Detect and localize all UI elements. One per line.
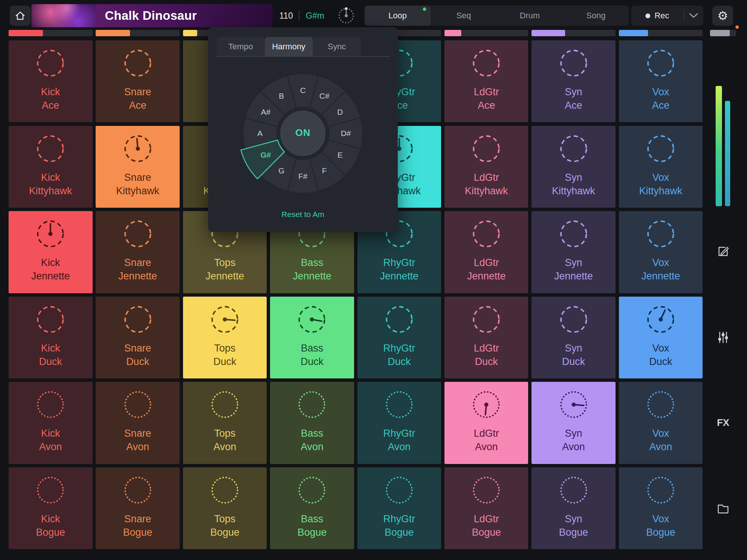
note-label-csharp[interactable]: C# xyxy=(319,92,329,100)
pad-snare-bogue[interactable]: SnareBogue xyxy=(96,467,180,549)
pad-instrument-label: Vox xyxy=(652,341,669,355)
pad-rhygtr-avon[interactable]: RhyGtrAvon xyxy=(357,382,441,464)
pad-snare-avon[interactable]: SnareAvon xyxy=(96,382,180,464)
global-loop-indicator[interactable] xyxy=(337,6,356,25)
tempo-key-group: 110 G#m xyxy=(274,6,330,26)
pad-syn-kittyhawk[interactable]: SynKittyhawk xyxy=(531,126,616,208)
pad-instrument-label: Kick xyxy=(41,85,60,99)
note-label-fsharp[interactable]: F# xyxy=(298,172,308,180)
pad-kick-duck[interactable]: KickDuck xyxy=(9,297,93,378)
loop-circle-icon xyxy=(35,47,66,79)
pad-vox-avon[interactable]: VoxAvon xyxy=(619,382,703,464)
pad-snare-duck[interactable]: SnareDuck xyxy=(96,297,180,378)
pad-instrument-label: RhyGtr xyxy=(383,427,415,440)
pad-kick-kittyhawk[interactable]: KickKittyhawk xyxy=(9,126,93,208)
pad-variant-label: Jennette xyxy=(31,269,70,283)
settings-button[interactable]: ⚙ xyxy=(712,6,733,26)
pad-bass-bogue[interactable]: BassBogue xyxy=(270,467,354,549)
pad-vox-jennette[interactable]: VoxJennette xyxy=(619,211,703,293)
tab-song[interactable]: Song xyxy=(563,6,629,26)
home-button[interactable] xyxy=(10,6,31,26)
reset-to-am-link[interactable]: Reset to Am xyxy=(208,210,398,219)
pad-instrument-label: Syn xyxy=(565,256,582,269)
pad-kick-bogue[interactable]: KickBogue xyxy=(9,467,93,549)
popup-tab-tempo[interactable]: Tempo xyxy=(217,37,265,56)
note-label-gsharp[interactable]: G# xyxy=(260,151,271,159)
rec-chevron-button[interactable] xyxy=(684,6,703,26)
pad-kick-ace[interactable]: KickAce xyxy=(9,40,93,122)
pad-bass-avon[interactable]: BassAvon xyxy=(270,382,354,464)
note-label-a[interactable]: A xyxy=(257,129,263,137)
pad-vox-ace[interactable]: VoxAce xyxy=(619,40,703,122)
pad-rhygtr-duck[interactable]: RhyGtrDuck xyxy=(357,297,441,378)
pad-tops-bogue[interactable]: TopsBogue xyxy=(183,467,267,549)
folder-button[interactable] xyxy=(710,495,736,521)
pad-variant-label: Duck xyxy=(388,355,411,368)
popup-tab-harmony[interactable]: Harmony xyxy=(265,37,313,56)
mixer-button[interactable] xyxy=(710,324,736,350)
pad-instrument-label: LdGtr xyxy=(474,256,499,269)
pad-ldgtr-ace[interactable]: LdGtrAce xyxy=(444,40,529,122)
loop-circle-icon xyxy=(558,133,589,164)
tab-drum[interactable]: Drum xyxy=(497,6,563,26)
pad-kick-avon[interactable]: KickAvon xyxy=(9,382,93,464)
note-label-b[interactable]: B xyxy=(279,92,284,100)
loop-circle-icon xyxy=(558,474,589,506)
pad-vox-kittyhawk[interactable]: VoxKittyhawk xyxy=(619,126,703,208)
popup-tab-sync[interactable]: Sync xyxy=(313,37,361,56)
pad-kick-jennette[interactable]: KickJennette xyxy=(9,211,93,293)
pad-variant-label: Bogue xyxy=(559,526,588,539)
note-label-d[interactable]: D xyxy=(337,108,343,116)
note-label-asharp[interactable]: A# xyxy=(261,108,271,116)
pad-vox-bogue[interactable]: VoxBogue xyxy=(619,467,703,549)
pad-snare-ace[interactable]: SnareAce xyxy=(96,40,180,122)
pad-syn-ace[interactable]: SynAce xyxy=(531,40,616,122)
pad-ldgtr-duck[interactable]: LdGtrDuck xyxy=(444,297,529,378)
loop-circle-icon xyxy=(35,304,66,335)
pad-instrument-label: Kick xyxy=(41,427,60,440)
project-banner[interactable]: Chalk Dinosaur xyxy=(31,4,273,27)
pad-instrument-label: Kick xyxy=(41,171,60,184)
loop-circle-icon xyxy=(471,389,502,420)
pad-syn-duck[interactable]: SynDuck xyxy=(531,297,616,378)
progress-fill xyxy=(444,30,461,36)
harmony-on-label[interactable]: ON xyxy=(284,127,322,139)
note-label-e[interactable]: E xyxy=(338,151,343,159)
pad-ldgtr-avon[interactable]: LdGtrAvon xyxy=(444,382,529,464)
pad-snare-kittyhawk[interactable]: SnareKittyhawk xyxy=(96,126,180,208)
pad-instrument-label: RhyGtr xyxy=(383,512,415,526)
loop-circle-icon xyxy=(122,474,154,506)
pad-ldgtr-jennette[interactable]: LdGtrJennette xyxy=(444,211,529,293)
loop-circle-icon xyxy=(35,133,66,164)
level-meters xyxy=(710,86,736,206)
pad-vox-duck[interactable]: VoxDuck xyxy=(619,297,703,378)
edit-button[interactable] xyxy=(710,238,736,264)
tab-loop[interactable]: Loop xyxy=(365,6,431,26)
pad-tops-duck[interactable]: TopsDuck xyxy=(183,297,267,378)
note-label-c[interactable]: C xyxy=(300,86,306,95)
progress-strip-ldgtr xyxy=(444,30,529,36)
pad-variant-label: Jennette xyxy=(205,269,244,283)
pad-rhygtr-bogue[interactable]: RhyGtrBogue xyxy=(357,467,441,549)
key-value[interactable]: G#m xyxy=(306,11,324,21)
pad-syn-jennette[interactable]: SynJennette xyxy=(531,211,616,293)
loop-circle-icon xyxy=(471,474,502,506)
pad-snare-jennette[interactable]: SnareJennette xyxy=(96,211,180,293)
pad-syn-bogue[interactable]: SynBogue xyxy=(531,467,616,549)
pad-instrument-label: Tops xyxy=(214,256,236,269)
pad-ldgtr-kittyhawk[interactable]: LdGtrKittyhawk xyxy=(444,126,529,208)
note-label-g[interactable]: G xyxy=(278,166,284,175)
tempo-value[interactable]: 110 xyxy=(279,11,293,21)
tab-seq[interactable]: Seq xyxy=(431,6,497,26)
note-label-dsharp[interactable]: D# xyxy=(341,129,351,137)
pad-tops-avon[interactable]: TopsAvon xyxy=(183,382,267,464)
tab-label: Song xyxy=(586,11,605,21)
pad-variant-label: Avon xyxy=(126,440,149,454)
fx-button[interactable]: FX xyxy=(710,409,736,436)
loop-circle-icon xyxy=(122,389,154,420)
note-label-f[interactable]: F xyxy=(322,166,327,175)
pad-ldgtr-bogue[interactable]: LdGtrBogue xyxy=(444,467,529,549)
pad-syn-avon[interactable]: SynAvon xyxy=(531,382,616,464)
pad-bass-duck[interactable]: BassDuck xyxy=(270,297,354,378)
rec-button[interactable]: Rec xyxy=(631,6,684,26)
